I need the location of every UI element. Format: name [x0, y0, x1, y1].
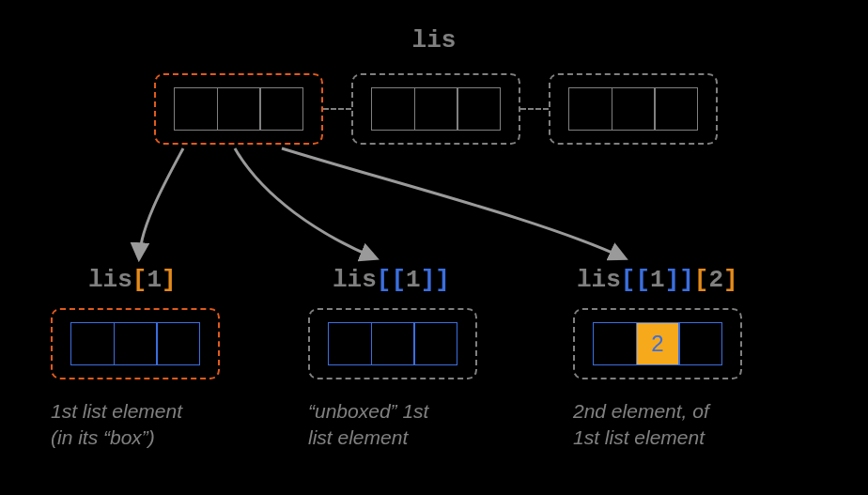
- vector-cell: [259, 87, 303, 131]
- bracket-close: ]: [162, 266, 177, 294]
- code-text: lis: [333, 266, 377, 294]
- code-text: lis: [577, 266, 621, 294]
- vector-cell: [612, 87, 656, 131]
- caption-3: 2nd element, of 1st list element: [573, 398, 709, 452]
- vector-top-1: [174, 87, 303, 131]
- caption-line: 2nd element, of: [573, 400, 709, 422]
- vector-cell: [70, 322, 115, 365]
- code-index: 2: [708, 266, 723, 294]
- vector-cell: [457, 87, 501, 131]
- vector-result-2: [328, 322, 457, 365]
- connector: [520, 108, 549, 110]
- connector: [323, 108, 351, 110]
- code-index: 1: [650, 266, 665, 294]
- code-double-bracket: lis[[1]]: [333, 266, 450, 294]
- vector-cell: [593, 322, 637, 365]
- code-text: lis: [88, 266, 132, 294]
- caption-line: “unboxed” 1st: [308, 400, 428, 422]
- vector-result-1: [70, 322, 200, 365]
- vector-cell: [371, 87, 415, 131]
- vector-cell: [217, 87, 261, 131]
- bracket-open: [: [694, 266, 709, 294]
- vector-cell: [328, 322, 372, 365]
- vector-cell: [568, 87, 612, 131]
- caption-line: (in its “box”): [51, 426, 155, 448]
- bracket-close: ]]: [421, 266, 450, 294]
- code-index: 1: [147, 266, 162, 294]
- caption-line: 1st list element: [51, 400, 182, 422]
- vector-cell: [414, 87, 458, 131]
- vector-cell: [654, 87, 698, 131]
- vector-top-3: [568, 87, 698, 131]
- bracket-close: ]]: [665, 266, 694, 294]
- vector-top-2: [371, 87, 501, 131]
- bracket-open: [: [132, 266, 147, 294]
- vector-cell: [174, 87, 218, 131]
- vector-cell-highlight: 2: [636, 322, 680, 365]
- bracket-close: ]: [723, 266, 738, 294]
- code-index: 1: [406, 266, 421, 294]
- vector-cell: [371, 322, 415, 365]
- vector-cell: [413, 322, 457, 365]
- code-double-then-single: lis[[1]][2]: [577, 266, 738, 294]
- bracket-open: [[: [377, 266, 406, 294]
- vector-result-3: 2: [593, 322, 722, 365]
- bracket-open: [[: [621, 266, 650, 294]
- vector-cell: [114, 322, 158, 365]
- vector-cell: [678, 322, 722, 365]
- caption-line: list element: [308, 426, 408, 448]
- code-single-bracket: lis[1]: [88, 266, 177, 294]
- caption-1: 1st list element (in its “box”): [51, 398, 182, 452]
- caption-line: 1st list element: [573, 426, 705, 448]
- caption-2: “unboxed” 1st list element: [308, 398, 428, 452]
- vector-cell: [156, 322, 200, 365]
- list-title: lis: [0, 26, 868, 54]
